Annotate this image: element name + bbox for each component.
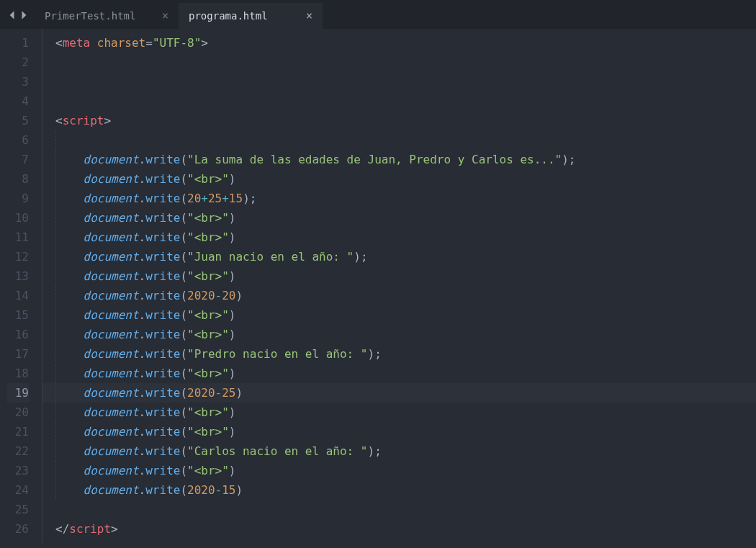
- code-line[interactable]: document.write("<br>"): [55, 169, 756, 189]
- line-number: 1: [7, 33, 29, 53]
- close-icon[interactable]: ×: [299, 11, 312, 22]
- line-number: 6: [7, 130, 29, 150]
- line-number: 11: [7, 228, 29, 247]
- code-editor[interactable]: 1234567891011121314151617181920212223242…: [0, 29, 756, 548]
- nav-forward-icon[interactable]: [20, 9, 29, 23]
- code-line[interactable]: document.write("<br>"): [55, 305, 756, 325]
- code-line[interactable]: document.write(2020-25): [55, 383, 756, 403]
- code-line[interactable]: [55, 500, 756, 519]
- tab-label: programa.html: [189, 10, 299, 22]
- close-icon[interactable]: ×: [155, 11, 168, 22]
- code-line[interactable]: document.write(2020-15): [55, 480, 756, 500]
- code-line[interactable]: [55, 91, 756, 111]
- code-line[interactable]: <meta charset="UTF-8">: [55, 33, 756, 53]
- code-line[interactable]: [55, 72, 756, 91]
- line-number: 19: [7, 383, 29, 403]
- code-area[interactable]: <meta charset="UTF-8"><script> document.…: [42, 29, 756, 543]
- line-number: 7: [7, 150, 29, 169]
- line-number: 16: [7, 325, 29, 344]
- line-number: 23: [7, 461, 29, 480]
- line-number: 26: [7, 519, 29, 539]
- code-line[interactable]: document.write(2020-20): [55, 286, 756, 305]
- line-number: 13: [7, 266, 29, 286]
- line-number: 12: [7, 247, 29, 266]
- code-line[interactable]: document.write("<br>"): [55, 208, 756, 228]
- code-line[interactable]: <script>: [55, 111, 756, 130]
- line-number-gutter: 1234567891011121314151617181920212223242…: [0, 29, 42, 543]
- line-number: 5: [7, 111, 29, 130]
- code-line[interactable]: document.write("Juan nacio en el año: ")…: [55, 247, 756, 266]
- code-line[interactable]: document.write("Carlos nacio en el año: …: [55, 441, 756, 461]
- code-line[interactable]: document.write("<br>"): [55, 228, 756, 247]
- code-line[interactable]: document.write("<br>"): [55, 325, 756, 344]
- line-number: 2: [7, 53, 29, 72]
- line-number: 10: [7, 208, 29, 228]
- line-number: 3: [7, 72, 29, 91]
- tab-label: PrimerTest.html: [45, 10, 155, 22]
- code-line[interactable]: document.write("Predro nacio en el año: …: [55, 344, 756, 364]
- line-number: 21: [7, 422, 29, 441]
- line-number: 18: [7, 364, 29, 383]
- nav-back-icon[interactable]: [7, 9, 16, 23]
- code-line[interactable]: </script>: [55, 519, 756, 539]
- code-line[interactable]: document.write("La suma de las edades de…: [55, 150, 756, 169]
- line-number: 15: [7, 305, 29, 325]
- line-number: 17: [7, 344, 29, 364]
- tab-primer-test[interactable]: PrimerTest.html ×: [35, 3, 179, 29]
- line-number: 14: [7, 286, 29, 305]
- code-line[interactable]: [55, 53, 756, 72]
- line-number: 22: [7, 441, 29, 461]
- code-line[interactable]: document.write("<br>"): [55, 461, 756, 480]
- code-line[interactable]: [55, 130, 756, 150]
- line-number: 4: [7, 91, 29, 111]
- code-line[interactable]: document.write("<br>"): [55, 364, 756, 383]
- tab-programa[interactable]: programa.html ×: [179, 3, 323, 29]
- line-number: 24: [7, 480, 29, 500]
- tab-nav: [0, 3, 35, 29]
- code-line[interactable]: document.write("<br>"): [55, 403, 756, 422]
- code-line[interactable]: document.write("<br>"): [55, 422, 756, 441]
- line-number: 25: [7, 500, 29, 519]
- line-number: 8: [7, 169, 29, 189]
- code-line[interactable]: document.write("<br>"): [55, 266, 756, 286]
- code-line[interactable]: document.write(20+25+15);: [55, 189, 756, 208]
- line-number: 9: [7, 189, 29, 208]
- tab-bar: PrimerTest.html × programa.html ×: [0, 3, 756, 29]
- line-number: 20: [7, 403, 29, 422]
